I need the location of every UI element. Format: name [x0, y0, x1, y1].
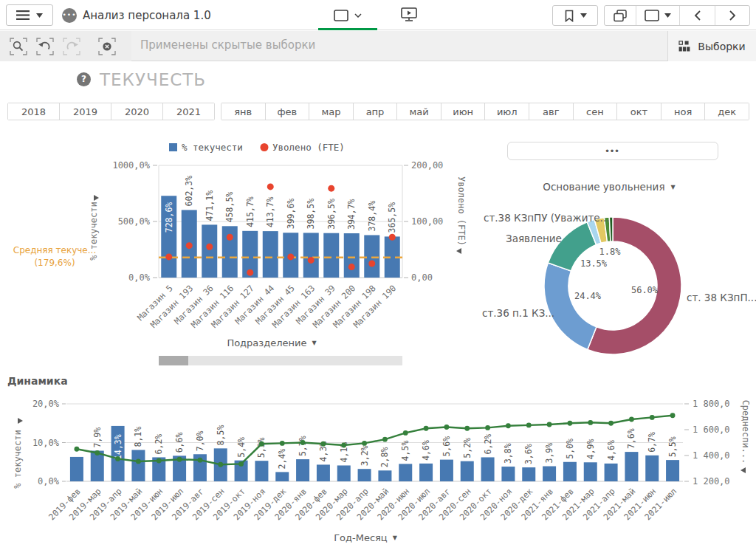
- expand-right-icon[interactable]: [18, 418, 23, 424]
- app-info-icon[interactable]: •••: [62, 8, 77, 23]
- line-point-2019-сен[interactable]: [218, 462, 223, 467]
- scrollbar-thumb[interactable]: [159, 356, 188, 365]
- bar-2021-апр[interactable]: [605, 464, 618, 481]
- line-point-2021-мар[interactable]: [588, 420, 593, 425]
- line-point-2019-окт[interactable]: [238, 461, 244, 467]
- help-icon[interactable]: ?: [77, 72, 91, 86]
- fte-dot-Магазин 5[interactable]: [165, 253, 172, 260]
- line-point-2020-мар[interactable]: [341, 443, 346, 448]
- fte-dot-Магазин 45[interactable]: [287, 253, 294, 260]
- expand-right-icon[interactable]: [94, 195, 99, 201]
- month-filter-авг[interactable]: авг: [529, 103, 574, 120]
- bar-2020-июл[interactable]: [419, 464, 433, 481]
- line-point-2021-янв[interactable]: [547, 422, 552, 427]
- bar-2020-мар[interactable]: [337, 465, 351, 481]
- global-menu-button[interactable]: [6, 4, 53, 26]
- line-point-2020-авг[interactable]: [444, 424, 450, 430]
- fte-dot-Магазин 200[interactable]: [348, 264, 355, 270]
- line-point-2021-май[interactable]: [629, 417, 634, 422]
- bar-2020-фев[interactable]: [317, 464, 330, 481]
- current-sheet-button[interactable]: [318, 0, 377, 30]
- bar-2019-фев[interactable]: [70, 457, 83, 481]
- fte-dot-Магазин 163[interactable]: [308, 257, 315, 264]
- bar-2021-июн[interactable]: [645, 456, 659, 481]
- step-forward-button[interactable]: [62, 37, 81, 56]
- dynamics-chart[interactable]: 20,0%10,0%0,0%1 800,01 600,01 400,01 200…: [0, 391, 756, 539]
- fte-dot-Магазин 193[interactable]: [186, 242, 193, 249]
- bar-2021-май[interactable]: [625, 452, 638, 481]
- bar-2019-ноя[interactable]: [255, 461, 268, 481]
- fte-dot-Магазин 127[interactable]: [247, 269, 253, 276]
- line-point-2020-ноя[interactable]: [506, 423, 511, 428]
- month-filter-апр[interactable]: апр: [354, 103, 398, 120]
- line-point-2019-июл[interactable]: [177, 457, 182, 462]
- year-filter-2020[interactable]: 2020: [111, 103, 163, 120]
- bar-2021-мар[interactable]: [584, 462, 597, 481]
- month-filter-июл[interactable]: июл: [485, 103, 529, 120]
- bar-Магазин 200[interactable]: [344, 233, 360, 278]
- bar-Магазин 44[interactable]: [263, 231, 278, 278]
- line-point-2019-дек[interactable]: [280, 441, 285, 446]
- combo-chart-scrollbar[interactable]: [159, 356, 402, 365]
- bar-2020-авг[interactable]: [440, 460, 453, 481]
- combo-xaxis-dimension[interactable]: Подразделение ▼: [207, 337, 337, 348]
- month-filter-дек[interactable]: дек: [705, 103, 749, 120]
- year-filter-2021[interactable]: 2021: [163, 103, 214, 120]
- line-point-2020-янв[interactable]: [300, 440, 306, 445]
- next-sheet-button[interactable]: [715, 6, 749, 25]
- bar-2020-дек[interactable]: [522, 467, 535, 481]
- line-point-2020-окт[interactable]: [485, 425, 490, 430]
- month-filter-янв[interactable]: янв: [221, 103, 266, 120]
- bar-2020-янв[interactable]: [296, 459, 309, 481]
- fte-dot-Магазин 39[interactable]: [328, 185, 334, 192]
- bar-2019-дек[interactable]: [275, 472, 289, 481]
- line-point-2019-мар[interactable]: [94, 450, 100, 456]
- previous-sheet-button[interactable]: [680, 6, 716, 25]
- selections-button[interactable]: Выборки: [667, 31, 756, 61]
- bar-2020-апр[interactable]: [358, 469, 371, 481]
- fte-dot-Магазин 190[interactable]: [389, 234, 396, 241]
- line-point-2021-июн[interactable]: [650, 415, 655, 420]
- line-point-2019-июн[interactable]: [157, 458, 162, 464]
- bar-2021-июл[interactable]: [666, 460, 679, 481]
- month-filter-сен[interactable]: сен: [574, 103, 618, 120]
- sheets-overview-button[interactable]: [605, 6, 636, 25]
- line-point-2019-фев[interactable]: [75, 447, 80, 452]
- more-options-button[interactable]: •••: [507, 142, 718, 160]
- bookmarks-button[interactable]: [552, 5, 598, 26]
- sheet-view-button[interactable]: [636, 6, 680, 25]
- bar-2020-июн[interactable]: [399, 464, 412, 481]
- year-filter-2018[interactable]: 2018: [8, 103, 60, 120]
- bar-Магазин 116[interactable]: [222, 226, 238, 278]
- line-point-2021-апр[interactable]: [608, 421, 614, 426]
- line-point-2019-апр[interactable]: [115, 456, 120, 461]
- step-back-button[interactable]: [35, 37, 55, 56]
- line-point-2020-апр[interactable]: [362, 441, 367, 446]
- fte-dot-Магазин 44[interactable]: [267, 183, 274, 190]
- bar-Магазин 198[interactable]: [364, 235, 379, 278]
- month-filter-мар[interactable]: мар: [309, 103, 354, 120]
- year-filter-2019[interactable]: 2019: [60, 103, 111, 120]
- bar-2019-май[interactable]: [131, 450, 145, 481]
- bar-2020-окт[interactable]: [481, 457, 495, 481]
- donut-slice-0.8[interactable]: [609, 217, 613, 241]
- month-filter-июн[interactable]: июн: [441, 103, 486, 120]
- fte-dot-Магазин 198[interactable]: [368, 261, 375, 267]
- fte-dot-Магазин 36[interactable]: [206, 244, 213, 250]
- presentation-mode-button[interactable]: [397, 6, 421, 25]
- line-point-2020-июн[interactable]: [403, 430, 408, 436]
- clear-selections-button[interactable]: [97, 37, 117, 56]
- dismissal-reasons-donut[interactable]: ст.38 КЗпПУ (Уважите...Заявлениест.36 п.…: [472, 177, 756, 363]
- line-point-2019-авг[interactable]: [198, 458, 203, 463]
- line-point-2019-май[interactable]: [136, 458, 141, 464]
- line-point-2020-май[interactable]: [382, 437, 388, 442]
- expand-left-icon[interactable]: [740, 467, 746, 473]
- line-point-2020-дек[interactable]: [526, 422, 532, 427]
- smart-search-button[interactable]: [9, 37, 28, 56]
- bar-2020-ноя[interactable]: [501, 467, 515, 481]
- bar-Магазин 39[interactable]: [323, 233, 339, 278]
- line-point-2021-июл[interactable]: [670, 413, 676, 418]
- turnover-by-store-chart[interactable]: 1000,0%200,00500,0%100,000,0%0,00% текуч…: [0, 126, 472, 354]
- bar-2020-май[interactable]: [378, 470, 391, 481]
- line-point-2020-сен[interactable]: [464, 426, 470, 431]
